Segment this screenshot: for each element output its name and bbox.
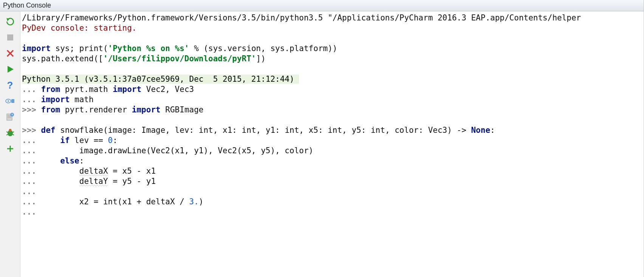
close-icon (6, 49, 14, 58)
import-vec-line: ... from pyrt.math import Vec2, Vec3 (22, 84, 644, 95)
blank-line (22, 33, 644, 44)
history-button[interactable] (4, 110, 17, 123)
svg-line-20 (12, 134, 14, 135)
blank-line (22, 115, 644, 125)
console-output[interactable]: /Library/Frameworks/Python.framework/Ver… (20, 11, 644, 277)
import-rgbimage-line: >>> from pyrt.renderer import RGBImage (22, 105, 644, 115)
show-variables-button[interactable] (4, 95, 17, 107)
stop-button[interactable] (4, 31, 17, 44)
panel-title: Python Console (0, 0, 644, 11)
continuation-line: ... (22, 207, 644, 217)
help-icon: ? (7, 79, 13, 91)
svg-rect-7 (11, 99, 14, 103)
add-button[interactable] (4, 142, 17, 155)
import-sys-line: import sys; print('Python %s on %s' % (s… (22, 44, 644, 54)
svg-line-17 (6, 132, 8, 132)
else-line: ... else: (22, 156, 644, 166)
svg-line-14 (12, 115, 13, 115)
pydev-starting: PyDev console: starting. (22, 23, 644, 33)
x2-line: ... x2 = int(x1 + deltaX / 3.) (22, 197, 644, 207)
interpreter-path: /Library/Frameworks/Python.framework/Ver… (22, 13, 644, 23)
continuation-line: ... (22, 187, 644, 197)
syspath-extend-line: sys.path.extend(['/Users/filippov/Downlo… (22, 54, 644, 64)
drawline-line: ... image.drawLine(Vec2(x1, y1), Vec2(x5… (22, 146, 644, 156)
add-icon (6, 145, 14, 153)
panel-title-text: Python Console (3, 2, 51, 9)
deltax-line: ... deltaX = x5 - x1 (22, 166, 644, 176)
python-version-line: Python 3.5.1 (v3.5.1:37a07cee5969, Dec 5… (22, 74, 644, 84)
blank-line (22, 64, 644, 74)
rerun-button[interactable] (4, 15, 17, 28)
run-button[interactable] (4, 63, 17, 76)
variables-icon (5, 97, 15, 105)
svg-point-6 (8, 100, 9, 102)
svg-rect-1 (7, 34, 13, 40)
debug-button[interactable] (4, 126, 17, 139)
svg-line-19 (6, 134, 8, 135)
run-icon (6, 65, 14, 73)
console-toolbar: ? (0, 11, 20, 277)
rerun-icon (5, 17, 15, 26)
def-snowflake-line: >>> def snowflake(image: Image, lev: int… (22, 125, 644, 135)
close-button[interactable] (4, 47, 17, 60)
svg-point-16 (9, 129, 11, 132)
debug-icon (5, 128, 15, 137)
history-icon (6, 112, 15, 121)
help-button[interactable]: ? (4, 79, 17, 92)
console-panel: Python Console (0, 0, 644, 277)
if-line: ... if lev == 0: (22, 135, 644, 146)
stop-icon (6, 34, 14, 41)
svg-line-18 (12, 132, 14, 132)
panel-body: ? (0, 11, 644, 277)
svg-marker-4 (8, 66, 14, 73)
import-math-line: ... import math (22, 95, 644, 105)
deltay-line: ... deltaY = y5 - y1 (22, 176, 644, 187)
